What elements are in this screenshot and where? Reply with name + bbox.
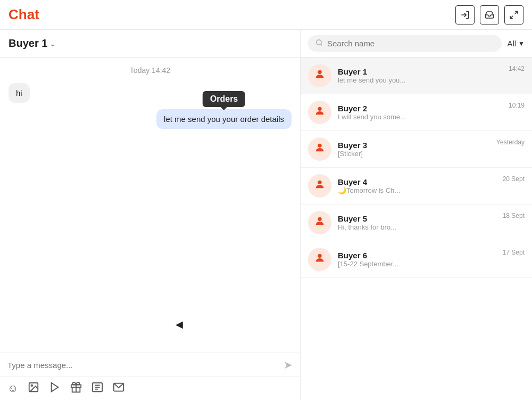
filter-button[interactable]: All ▼: [507, 39, 525, 48]
signin-icon[interactable]: [455, 5, 475, 25]
person-icon: [314, 252, 326, 267]
contact-name: Buyer 1: [338, 67, 502, 76]
svg-line-1: [510, 15, 513, 18]
contact-time: 18 Sept: [503, 211, 525, 219]
svg-point-12: [317, 40, 321, 45]
contact-item[interactable]: Buyer 3 [Sticker] Yesterday: [301, 131, 532, 168]
contact-time: 10:19: [509, 101, 525, 109]
message-left-1: hi: [9, 83, 292, 103]
image-icon[interactable]: [28, 381, 39, 396]
filter-chevron-icon: ▼: [518, 40, 525, 47]
person-icon: [314, 105, 326, 120]
video-icon[interactable]: [49, 381, 61, 396]
person-icon: [314, 178, 326, 193]
avatar: [308, 211, 331, 234]
contacts-search-bar: All ▼: [301, 30, 532, 58]
contact-time: Yesterday: [496, 137, 525, 146]
contact-preview: [Sticker]: [338, 150, 423, 158]
svg-point-18: [318, 217, 321, 221]
attachment-icon[interactable]: [92, 381, 103, 396]
contact-time: 14:42: [509, 64, 525, 72]
main-layout: Buyer 1 ⌄ Today 14:42 hi Orders let me s…: [0, 30, 532, 400]
svg-line-0: [515, 11, 518, 14]
avatar: [308, 174, 331, 198]
inbox-icon[interactable]: [480, 5, 499, 25]
contact-time: 20 Sept: [503, 174, 525, 183]
contact-name: Buyer 2: [338, 104, 502, 113]
search-input[interactable]: [327, 39, 494, 48]
avatar: [308, 248, 331, 271]
avatar: [308, 137, 331, 161]
contact-name: Buyer 4: [338, 177, 496, 186]
contact-info: Buyer 3 [Sticker]: [338, 141, 490, 158]
send-button[interactable]: ➤: [284, 358, 293, 371]
contacts-list: Buyer 1 let me send you you... 14:42 Buy…: [301, 58, 532, 400]
gift-icon[interactable]: [70, 381, 82, 396]
svg-point-15: [318, 107, 321, 111]
search-icon: [315, 39, 323, 48]
message-with-tooltip: Orders let me send you your order detail…: [156, 109, 292, 129]
avatar: [308, 64, 331, 87]
contact-item[interactable]: Buyer 6 [15-22 September... 17 Sept: [301, 241, 532, 278]
contact-name: Buyer 3: [338, 141, 490, 150]
orders-tooltip: Orders: [203, 91, 245, 107]
svg-point-19: [318, 254, 321, 258]
chevron-down-icon[interactable]: ⌄: [49, 39, 56, 48]
message-right-2: Orders let me send you your order detail…: [9, 109, 292, 129]
svg-point-3: [31, 385, 33, 386]
search-box: [308, 35, 502, 52]
svg-point-14: [318, 70, 321, 74]
contact-item[interactable]: Buyer 2 I will send you some... 10:19: [301, 94, 532, 131]
cursor: ◀: [176, 319, 183, 330]
chat-contact-name: Buyer 1: [9, 37, 47, 50]
svg-point-16: [318, 144, 321, 148]
contact-item[interactable]: Buyer 1 let me send you you... 14:42: [301, 58, 532, 94]
message-input[interactable]: [7, 361, 284, 370]
chat-date-label: Today 14:42: [9, 66, 292, 75]
expand-icon[interactable]: [504, 5, 523, 25]
person-icon: [314, 142, 326, 157]
header-icon-group: [455, 5, 523, 25]
chat-toolbar: ☺: [0, 377, 300, 400]
contact-preview: 🌙Tomorrow is Ch...: [338, 186, 423, 194]
contact-info: Buyer 1 let me send you you...: [338, 67, 502, 84]
mail-icon[interactable]: [113, 381, 124, 396]
chat-header: Buyer 1 ⌄: [0, 30, 300, 58]
emoji-icon[interactable]: ☺: [7, 382, 18, 395]
svg-marker-4: [52, 383, 59, 392]
contact-item[interactable]: Buyer 4 🌙Tomorrow is Ch... 20 Sept: [301, 168, 532, 205]
contact-preview: I will send you some...: [338, 113, 423, 121]
contact-preview: [15-22 September...: [338, 260, 423, 268]
person-icon: [314, 68, 326, 83]
contact-preview: Hi, thanks for bro...: [338, 223, 423, 231]
app-title: Chat: [9, 6, 39, 23]
contact-info: Buyer 2 I will send you some...: [338, 104, 502, 121]
contact-name: Buyer 5: [338, 214, 496, 223]
contact-info: Buyer 4 🌙Tomorrow is Ch...: [338, 177, 496, 194]
person-icon: [314, 215, 326, 230]
contact-time: 17 Sept: [503, 248, 525, 256]
contacts-panel: All ▼ Buyer 1 let me send you you... 14:…: [301, 30, 532, 400]
svg-point-17: [318, 181, 321, 184]
contact-info: Buyer 6 [15-22 September...: [338, 251, 496, 268]
contact-preview: let me send you you...: [338, 76, 423, 84]
chat-panel: Buyer 1 ⌄ Today 14:42 hi Orders let me s…: [0, 30, 301, 400]
contact-info: Buyer 5 Hi, thanks for bro...: [338, 214, 496, 231]
chat-input-area: ➤: [0, 353, 300, 377]
contact-item[interactable]: Buyer 5 Hi, thanks for bro... 18 Sept: [301, 205, 532, 241]
filter-label: All: [507, 39, 516, 48]
chat-messages: Today 14:42 hi Orders let me send you yo…: [0, 58, 300, 353]
avatar: [308, 101, 331, 124]
svg-line-13: [321, 44, 322, 46]
contact-name: Buyer 6: [338, 251, 496, 260]
message-bubble: hi: [9, 83, 30, 103]
app-header: Chat: [0, 0, 532, 30]
